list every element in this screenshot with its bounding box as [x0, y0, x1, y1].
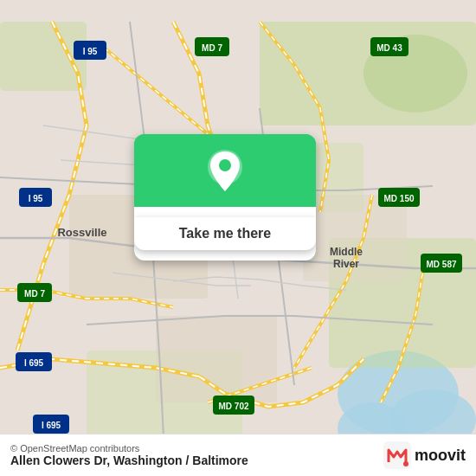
bottom-left: © OpenStreetMap contributors Allen Clowe… [10, 443, 248, 467]
svg-text:MD 150: MD 150 [383, 194, 414, 203]
svg-text:MD 7: MD 7 [24, 289, 45, 299]
location-text: Allen Clowers Dr, Washington / Baltimore [10, 453, 248, 467]
moovit-icon [383, 441, 411, 469]
svg-text:MD 587: MD 587 [426, 260, 456, 269]
svg-point-39 [403, 461, 408, 466]
svg-text:I 95: I 95 [83, 47, 98, 56]
svg-text:I 695: I 695 [42, 421, 61, 430]
bottom-bar: © OpenStreetMap contributors Allen Clowe… [0, 434, 476, 476]
pin-area [134, 134, 316, 207]
svg-text:I 695: I 695 [24, 358, 44, 368]
map-container: I 95 I 95 MD 7 MD 43 MD 150 MD 587 MD 7 … [0, 0, 476, 476]
svg-point-37 [219, 159, 231, 171]
svg-text:I 95: I 95 [29, 194, 43, 203]
svg-text:MD 702: MD 702 [218, 402, 248, 411]
moovit-logo: moovit [383, 441, 466, 469]
svg-text:River: River [333, 258, 359, 270]
copyright-text: © OpenStreetMap contributors [10, 443, 248, 453]
take-me-there-button[interactable]: Take me there [134, 217, 316, 250]
svg-text:MD 7: MD 7 [202, 43, 222, 53]
svg-text:Rossville: Rossville [57, 226, 106, 239]
svg-text:Middle: Middle [330, 246, 363, 258]
location-pin-icon [203, 148, 247, 198]
button-area: Take me there [134, 207, 316, 261]
svg-text:MD 43: MD 43 [376, 43, 402, 53]
take-me-there-card: Take me there [134, 134, 316, 261]
moovit-label: moovit [415, 447, 466, 465]
